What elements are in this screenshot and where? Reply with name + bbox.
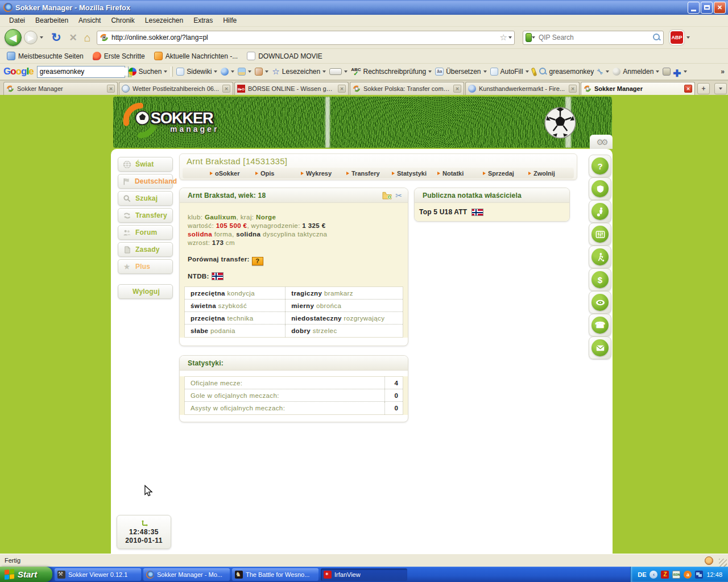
tab-close-icon[interactable]: ✕ (453, 85, 461, 93)
new-tab-button[interactable]: + (697, 83, 710, 94)
tab-close-icon[interactable]: ✕ (338, 85, 346, 93)
settings-gears-button[interactable]: ⚙⚙ (590, 135, 613, 149)
player-nav-wykresy[interactable]: Wykresy (301, 170, 346, 177)
player-nav-transfery[interactable]: Transfery (346, 170, 392, 177)
tab-sokker-polska[interactable]: Sokker Polska: Transfer comp... ✕ (350, 82, 464, 95)
antivirus-icon[interactable]: a (684, 571, 692, 579)
menu-lesezeichen[interactable]: Lesezeichen (140, 15, 188, 26)
sidebar-item-forum[interactable]: Forum (118, 225, 173, 240)
bookmark-download-movie[interactable]: DOWNLOAD MOVIE (243, 51, 326, 61)
sidebar-logout-button[interactable]: Wyloguj (118, 284, 173, 299)
google-search-button[interactable]: Suchen (129, 68, 168, 76)
greasemonkey-item[interactable]: greasemonkey🔧︎ (539, 68, 610, 76)
player-nav-osokker[interactable]: oSokker (210, 170, 255, 177)
dropdown-arrow[interactable] (684, 70, 687, 73)
history-dropdown-arrow[interactable] (40, 36, 43, 39)
quick-stadium-button[interactable] (589, 291, 611, 314)
list-all-tabs-button[interactable] (714, 83, 727, 94)
task-sokker-manager[interactable]: Sokker Manager - Mo... (143, 568, 230, 581)
club-link[interactable]: Gaulixum (205, 214, 237, 221)
task-irfanview[interactable]: IrfanView (321, 568, 407, 581)
toolbar-overflow-chevron[interactable]: » (721, 68, 725, 76)
google-search-input-wrap[interactable] (37, 66, 125, 78)
quick-player-button[interactable] (589, 200, 611, 223)
google-search-input[interactable] (38, 68, 128, 76)
photos-button[interactable] (238, 68, 251, 76)
compare-transfer-button[interactable]: ? (252, 257, 263, 265)
tab-sokker-manager-1[interactable]: Sokker Manager ✕ (3, 82, 118, 95)
tab-wetter[interactable]: Wetter Postleitzahlbereich 06... ✕ (119, 82, 233, 95)
network-icon[interactable] (695, 571, 703, 579)
bookmark-getting-started[interactable]: Erste Schritte (89, 51, 148, 61)
restore-button[interactable] (701, 2, 713, 14)
dropdown-arrow[interactable] (322, 70, 326, 73)
highlighter-button[interactable] (532, 68, 536, 76)
stop-icon[interactable]: ✕ (69, 32, 77, 44)
sidebar-item-swiat[interactable]: Świat (118, 157, 173, 172)
tray-collapse-chevron[interactable]: ‹ (650, 571, 657, 579)
reload-icon[interactable]: ↻ (51, 31, 61, 44)
search-input[interactable] (539, 34, 653, 41)
tab-sokker-manager-active[interactable]: Sokker Manager ✕ (581, 82, 695, 95)
home-icon[interactable]: ⌂ (84, 31, 91, 44)
menu-extras[interactable]: Extras (189, 15, 217, 26)
dropdown-arrow[interactable] (164, 70, 167, 73)
plus-icon[interactable]: ✚ (673, 68, 681, 76)
url-bar[interactable]: ☆ (97, 31, 515, 45)
skill-link[interactable]: strzelec (313, 327, 337, 334)
dropdown-arrow[interactable] (483, 70, 487, 73)
tab-close-icon[interactable]: ✕ (222, 85, 230, 93)
quick-help-button[interactable]: ? (589, 155, 611, 177)
engine-dropdown-arrow[interactable] (532, 36, 535, 39)
close-button[interactable]: ✕ (714, 2, 726, 14)
skill-link[interactable]: obrońca (316, 302, 341, 309)
wrench-icon[interactable]: 🔧︎ (596, 68, 603, 76)
scissors-icon[interactable]: ✂ (395, 191, 402, 200)
tab-close-icon[interactable]: ✕ (684, 85, 692, 93)
dropdown-arrow[interactable] (526, 70, 529, 73)
quick-club-button[interactable] (589, 177, 611, 200)
adblock-dropdown-arrow[interactable] (686, 36, 690, 39)
sphere-button[interactable] (221, 68, 234, 76)
quick-training-button[interactable] (589, 246, 611, 268)
news-button[interactable] (255, 68, 268, 76)
greasemonkey-icon[interactable] (705, 556, 713, 565)
task-sokker-viewer[interactable]: Sokker Viewer 0.12.1 (55, 568, 141, 581)
google-bookmarks-button[interactable]: ☆Lesezeichen (272, 66, 326, 77)
sidebar-item-szukaj[interactable]: Szukaj (118, 191, 173, 206)
skill-link[interactable]: technika (228, 315, 254, 322)
bank-button[interactable]: ✚ (663, 68, 686, 76)
dropdown-arrow[interactable] (248, 70, 251, 73)
menu-ansicht[interactable]: Ansicht (74, 15, 105, 26)
start-button[interactable]: Start (0, 567, 52, 582)
sidebar-item-plus[interactable]: ★ Plus (118, 259, 173, 274)
bookmark-latest-news[interactable]: Aktuelle Nachrichten -... (151, 51, 241, 61)
tab-kunsthandwerkermarkt[interactable]: Kunsthandwerkermarkt - Fire... ✕ (465, 82, 580, 95)
skill-link[interactable]: bramkarz (324, 290, 353, 297)
quick-mail-button[interactable] (589, 336, 611, 359)
menu-bearbeiten[interactable]: Bearbeiten (31, 15, 73, 26)
dropdown-arrow[interactable] (656, 70, 659, 73)
resize-grip[interactable] (719, 559, 727, 567)
url-input[interactable] (111, 34, 500, 41)
bookmark-most-visited[interactable]: Meistbesuchte Seiten (3, 51, 87, 61)
skill-link[interactable]: podania (210, 327, 235, 334)
skill-link[interactable]: szybkość (218, 302, 247, 309)
sidebar-item-zasady[interactable]: Zasady (118, 242, 173, 257)
quick-finances-button[interactable]: $ (589, 268, 611, 291)
player-nav-opis[interactable]: Opis (255, 170, 301, 177)
player-nav-zwolnij[interactable]: Zwolnij (528, 170, 574, 177)
autofill-button[interactable]: AutoFill (490, 68, 529, 76)
minimize-button[interactable] (688, 2, 700, 14)
skill-link[interactable]: kondycja (228, 290, 255, 297)
bookmark-star-icon[interactable]: ☆ (500, 32, 507, 43)
sidebar-item-deutschland[interactable]: Deutschland (118, 174, 173, 189)
player-nav-statystyki[interactable]: Statystyki (392, 170, 437, 177)
quick-lineup-button[interactable] (589, 223, 611, 246)
menu-chronik[interactable]: Chronik (106, 15, 139, 26)
dropdown-arrow[interactable] (231, 70, 234, 73)
url-dropdown-arrow[interactable] (508, 36, 512, 39)
search-magnifier-icon[interactable] (653, 34, 661, 41)
country-link[interactable]: Norge (256, 214, 276, 221)
dropdown-arrow[interactable] (606, 70, 609, 73)
